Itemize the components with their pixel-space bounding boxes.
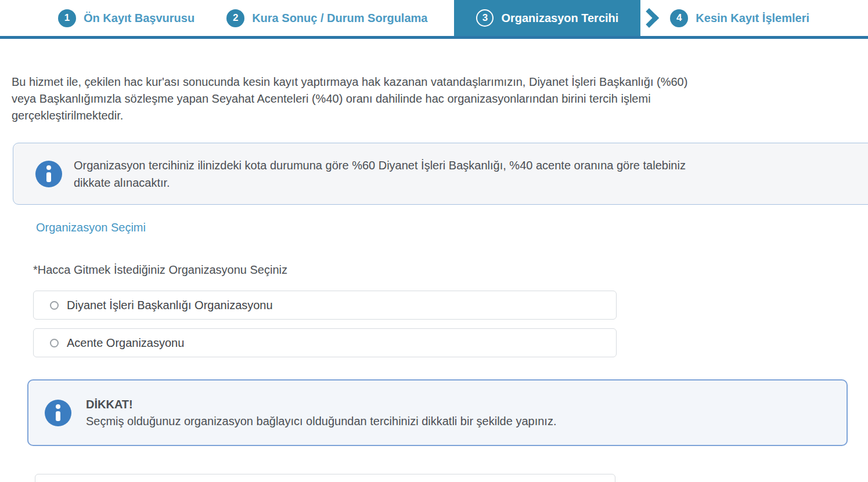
section-title-organizasyon-secimi: Organizasyon Seçimi — [36, 221, 868, 234]
quota-info-line: dikkate alınacaktır. — [74, 174, 686, 191]
step-kura-sonuc-durum-sorgulama[interactable]: 2 Kura Sonuç / Durum Sorgulama — [226, 9, 427, 27]
step-label: Ön Kayıt Başvurusu — [84, 12, 195, 25]
option-diyanet-organizasyonu[interactable]: Diyanet İşleri Başkanlığı Organizasyonu — [33, 291, 617, 320]
partial-bottom-panel — [35, 474, 615, 482]
step-label: Kesin Kayıt İşlemleri — [696, 12, 809, 25]
step-number-badge: 3 — [476, 9, 494, 27]
warning-text: Seçmiş olduğunuz organizasyon bağlayıcı … — [86, 415, 556, 428]
step-on-kayit-basvurusu[interactable]: 1 Ön Kayıt Başvurusu — [58, 9, 195, 27]
intro-line: gerçekleştirilmektedir. — [12, 107, 856, 124]
active-tab-arrow-icon — [639, 8, 659, 28]
step-kesin-kayit-islemleri[interactable]: 4 Kesin Kayıt İşlemleri — [670, 9, 809, 27]
info-icon — [35, 161, 62, 187]
option-acente-organizasyonu[interactable]: Acente Organizasyonu — [33, 328, 617, 357]
step-label: Organizasyon Tercihi — [501, 12, 618, 25]
step-number-badge: 4 — [670, 9, 688, 27]
warning-title: DİKKAT! — [86, 398, 556, 411]
option-label: Diyanet İşleri Başkanlığı Organizasyonu — [67, 299, 273, 312]
radio-button-icon[interactable] — [50, 339, 59, 347]
step-number-badge: 1 — [58, 9, 76, 27]
quota-info-text: Organizasyon tercihiniz ilinizdeki kota … — [74, 157, 686, 191]
step-organizasyon-tercihi-active[interactable]: 3 Organizasyon Tercihi — [454, 0, 640, 36]
tabbar-underline — [0, 36, 868, 39]
quota-info-box: Organizasyon tercihiniz ilinizdeki kota … — [13, 143, 868, 205]
intro-paragraph: Bu hizmet ile, çekilen hac kur'ası sonuc… — [12, 74, 856, 124]
info-icon — [45, 400, 71, 426]
step-wizard: 1 Ön Kayıt Başvurusu 2 Kura Sonuç / Duru… — [0, 0, 868, 36]
organization-question-label: *Hacca Gitmek İstediğiniz Organizasyonu … — [33, 263, 868, 277]
quota-info-line: Organizasyon tercihiniz ilinizdeki kota … — [74, 157, 686, 174]
warning-box: DİKKAT! Seçmiş olduğunuz organizasyon ba… — [27, 379, 848, 446]
step-label: Kura Sonuç / Durum Sorgulama — [252, 12, 427, 25]
intro-line: veya Başkanlığımızla sözleşme yapan Seya… — [12, 90, 856, 107]
option-label: Acente Organizasyonu — [67, 336, 184, 350]
step-number-badge: 2 — [226, 9, 244, 27]
intro-line: Bu hizmet ile, çekilen hac kur'ası sonuc… — [12, 74, 856, 90]
warning-content: DİKKAT! Seçmiş olduğunuz organizasyon ba… — [86, 398, 556, 428]
radio-button-icon[interactable] — [50, 301, 59, 310]
